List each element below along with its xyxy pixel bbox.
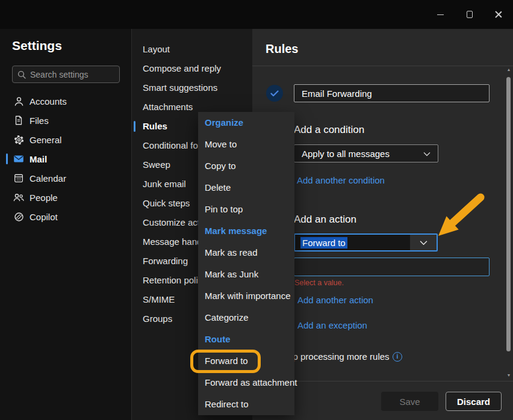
sidebar-item-copilot[interactable]: Copilot [0,207,131,226]
checkmark-icon [270,90,279,97]
action-value-input[interactable] [294,258,490,276]
menu-item-mark-as-junk[interactable]: Mark as Junk [198,264,294,285]
sidebar-item-label: Files [30,116,49,126]
action-selected-value: Forward to [300,237,347,249]
sidebar-item-calendar[interactable]: Calendar [0,168,131,188]
copilot-icon [13,211,25,223]
nav-item-layout[interactable]: Layout [132,40,253,59]
menu-item-move-to[interactable]: Move to [198,134,294,155]
add-action-link[interactable]: Add another action [297,295,373,305]
menu-item-delete[interactable]: Delete [198,177,294,199]
calendar-icon [13,172,25,184]
chevron-down-icon [423,148,431,159]
minimize-icon [437,14,444,15]
sidebar-item-mail[interactable]: Mail [0,149,131,168]
sidebar-item-general[interactable]: General [0,130,131,149]
close-button[interactable] [493,8,505,20]
person-icon [13,95,25,107]
menu-item-forward-as-attachment[interactable]: Forward as attachment [198,372,294,394]
nav-item-label: Rules [143,121,167,131]
menu-item-copy-to[interactable]: Copy to [198,155,294,177]
menu-item-mark-with-importance[interactable]: Mark with importance [198,285,294,307]
action-select-chevron[interactable] [410,235,437,250]
sidebar-item-label: Calendar [30,173,66,184]
sidebar-item-label: Copilot [30,212,58,222]
selected-indicator [6,153,8,164]
save-button[interactable]: Save [381,392,438,411]
scrollbar-thumb[interactable] [506,77,511,351]
action-heading: Add an action [294,214,356,226]
action-dropdown-menu: Organize Move to Copy to Delete Pin to t… [198,112,294,415]
condition-heading: Add a condition [294,124,364,136]
menu-item-categorize[interactable]: Categorize [198,307,294,329]
search-input[interactable] [30,70,114,79]
scroll-down-arrow[interactable]: ▼ [506,373,512,378]
sidebar-nav: Accounts Files General Mail Calendar [0,91,131,226]
info-icon[interactable]: i [393,352,402,362]
condition-select[interactable]: Apply to all messages [294,144,438,162]
condition-selected-value: Apply to all messages [302,149,423,159]
nav-item-smart-suggestions[interactable]: Smart suggestions [132,78,253,97]
validation-error: Select a value. [294,279,344,287]
sidebar-item-label: Mail [30,154,47,164]
add-exception-link[interactable]: Add an exception [297,320,367,330]
search-icon [17,70,26,79]
maximize-icon [467,11,473,18]
page-title: Rules [266,42,298,56]
sidebar-item-label: Accounts [30,96,67,107]
rule-enabled-toggle[interactable] [266,85,283,102]
gear-icon [13,134,25,146]
stop-processing-label: Stop processing more rules [279,351,390,362]
selected-indicator [134,121,135,132]
action-select[interactable]: Forward to [294,233,438,252]
sidebar-item-label: People [30,193,58,203]
menu-header-route: Route [198,329,294,350]
file-icon [13,114,25,126]
chevron-down-icon [420,240,428,246]
menu-item-mark-as-read[interactable]: Mark as read [198,242,294,264]
menu-item-redirect-to[interactable]: Redirect to [198,394,294,415]
maximize-button[interactable] [464,8,476,20]
close-icon [495,11,502,18]
settings-title: Settings [12,39,62,53]
people-icon [13,191,25,203]
menu-item-pin-to-top[interactable]: Pin to top [198,199,294,220]
sidebar-item-people[interactable]: People [0,188,131,207]
nav-item-compose-and-reply[interactable]: Compose and reply [132,59,253,78]
rules-panel-header: Rules [252,29,513,66]
menu-header-organize: Organize [198,112,294,134]
menu-header-mark-message: Mark message [198,220,294,242]
scroll-up-arrow[interactable]: ▲ [506,67,512,72]
discard-button[interactable]: Discard [446,392,502,411]
settings-sidebar: Settings Accounts Files General Mail [0,29,131,420]
title-bar [0,0,513,29]
menu-item-forward-to[interactable]: Forward to [198,350,294,372]
settings-window: Settings Accounts Files General Mail [0,0,513,420]
scrollbar[interactable]: ▲ ▼ [506,67,512,380]
minimize-button[interactable] [434,8,446,20]
add-condition-link[interactable]: Add another condition [297,175,385,185]
rule-name-input[interactable] [294,84,490,102]
search-box[interactable] [12,66,120,83]
sidebar-item-label: General [30,135,61,145]
mail-icon [13,153,25,165]
sidebar-item-accounts[interactable]: Accounts [0,91,131,111]
sidebar-item-files[interactable]: Files [0,111,131,130]
